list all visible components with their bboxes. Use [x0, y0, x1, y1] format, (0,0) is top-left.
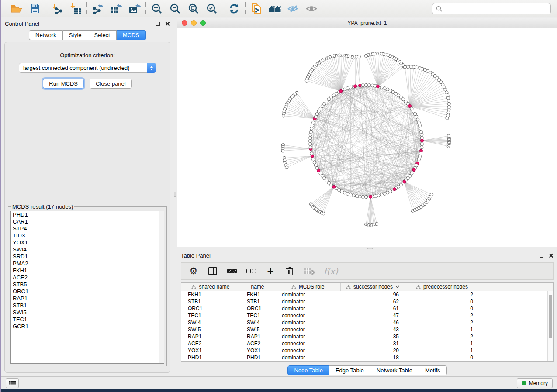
graph-node[interactable]: [377, 194, 380, 197]
graph-node[interactable]: [418, 66, 421, 69]
graph-hub-node[interactable]: [376, 85, 379, 88]
mcds-result-item[interactable]: TID3: [11, 232, 164, 239]
search-box[interactable]: [432, 3, 551, 14]
graph-node[interactable]: [386, 191, 389, 194]
graph-node[interactable]: [371, 84, 374, 87]
refresh-layout-button[interactable]: [228, 2, 241, 15]
delete-row-button[interactable]: [284, 265, 295, 277]
mcds-result-item[interactable]: SRD1: [11, 253, 164, 260]
graph-node[interactable]: [418, 155, 421, 158]
graph-node[interactable]: [308, 139, 311, 142]
table-row[interactable]: ACE2ACE2connector311: [181, 340, 553, 347]
table-row[interactable]: PHD1PHD1dominator180: [181, 354, 553, 361]
table-row[interactable]: ORC1ORC1dominator610: [181, 305, 553, 312]
graph-node[interactable]: [447, 108, 450, 111]
criterion-dropdown[interactable]: largest connected component (undirected): [19, 63, 156, 73]
close-panel-button[interactable]: Close panel: [90, 79, 132, 89]
graph-node[interactable]: [368, 84, 371, 87]
graph-node[interactable]: [415, 66, 418, 69]
graph-node[interactable]: [361, 195, 364, 198]
graph-node[interactable]: [416, 118, 419, 121]
graph-hub-node[interactable]: [339, 89, 343, 93]
float-table-panel-icon[interactable]: [540, 254, 543, 258]
graph-hub-node[interactable]: [354, 85, 357, 88]
graph-hub-node[interactable]: [412, 168, 415, 172]
zoom-out-button[interactable]: [169, 2, 182, 15]
table-scrollbar[interactable]: [547, 291, 553, 361]
mcds-list-scrollbar[interactable]: [159, 211, 164, 363]
export-image-button[interactable]: [128, 2, 141, 15]
graph-node[interactable]: [281, 149, 284, 152]
graph-node[interactable]: [355, 195, 358, 198]
graph-hub-node[interactable]: [420, 139, 423, 142]
graph-node[interactable]: [383, 87, 386, 90]
graph-node[interactable]: [412, 65, 415, 69]
graph-node[interactable]: [311, 124, 314, 127]
graph-node[interactable]: [420, 130, 423, 133]
table-row[interactable]: SWI5SWI5connector431: [181, 326, 553, 333]
graph-node[interactable]: [343, 88, 346, 91]
column-predecessor-nodes[interactable]: predecessor nodes: [405, 283, 479, 291]
graph-node[interactable]: [364, 54, 367, 57]
graph-node[interactable]: [309, 136, 312, 139]
graph-node[interactable]: [374, 195, 377, 198]
close-panel-icon[interactable]: [165, 21, 170, 26]
table-row[interactable]: RAP1RAP1dominator352: [181, 333, 553, 340]
mcds-result-item[interactable]: FKH1: [11, 267, 164, 274]
graph-node[interactable]: [312, 158, 315, 161]
graph-node[interactable]: [312, 121, 315, 124]
mcds-result-item[interactable]: TEC1: [11, 316, 164, 323]
open-file-button[interactable]: [10, 2, 23, 15]
graph-node[interactable]: [446, 114, 450, 117]
tab-network-table[interactable]: Network Table: [370, 365, 419, 375]
mcds-result-item[interactable]: ORC1: [11, 288, 164, 295]
import-table-button[interactable]: [69, 2, 82, 15]
column-name[interactable]: name: [240, 283, 275, 291]
table-row[interactable]: YOX1YOX1connector291: [181, 347, 553, 354]
graph-node[interactable]: [409, 65, 412, 68]
graph-node[interactable]: [417, 158, 420, 161]
graph-node[interactable]: [352, 194, 355, 197]
tab-network[interactable]: Network: [29, 30, 63, 40]
table-row[interactable]: STB1STB1dominator620: [181, 298, 553, 305]
graph-node[interactable]: [282, 114, 285, 117]
graph-node[interactable]: [309, 146, 312, 149]
network-canvas[interactable]: [177, 28, 557, 247]
graph-node[interactable]: [418, 124, 421, 127]
zoom-in-button[interactable]: [150, 2, 163, 15]
graph-node[interactable]: [322, 212, 325, 215]
add-row-button[interactable]: +: [265, 265, 276, 277]
show-columns-button[interactable]: [208, 265, 218, 277]
task-history-button[interactable]: [6, 378, 19, 388]
tab-style[interactable]: Style: [63, 30, 88, 40]
graph-node[interactable]: [380, 86, 383, 89]
select-all-button[interactable]: [227, 265, 237, 277]
column-shared-name[interactable]: shared name: [181, 283, 240, 291]
mcds-result-item[interactable]: PHD1: [11, 211, 164, 218]
mcds-result-item[interactable]: STB5: [11, 281, 164, 288]
graph-node[interactable]: [375, 222, 378, 225]
mcds-result-item[interactable]: CAR1: [11, 218, 164, 225]
graph-node[interactable]: [406, 65, 409, 68]
mcds-result-item[interactable]: ACE2: [11, 274, 164, 281]
graph-node[interactable]: [355, 55, 358, 58]
splitter-grip[interactable]: [174, 192, 176, 197]
graph-node[interactable]: [380, 193, 383, 196]
graph-node[interactable]: [319, 172, 322, 175]
graph-node[interactable]: [430, 193, 433, 196]
network-graph[interactable]: [177, 28, 557, 247]
zoom-selected-button[interactable]: [205, 2, 218, 15]
graph-node[interactable]: [310, 152, 313, 155]
graph-node[interactable]: [364, 195, 367, 198]
save-session-button[interactable]: [28, 2, 42, 15]
tab-select[interactable]: Select: [88, 30, 117, 40]
tab-motifs[interactable]: Motifs: [419, 365, 447, 375]
close-table-panel-icon[interactable]: [549, 253, 554, 258]
graph-node[interactable]: [419, 152, 422, 155]
tab-edge-table[interactable]: Edge Table: [329, 365, 370, 375]
mcds-result-item[interactable]: STP4: [11, 225, 164, 232]
first-neighbors-button[interactable]: [268, 2, 281, 15]
mcds-result-item[interactable]: SWI4: [11, 246, 164, 253]
table-settings-button[interactable]: ⚙: [188, 265, 199, 277]
graph-node[interactable]: [309, 143, 312, 146]
